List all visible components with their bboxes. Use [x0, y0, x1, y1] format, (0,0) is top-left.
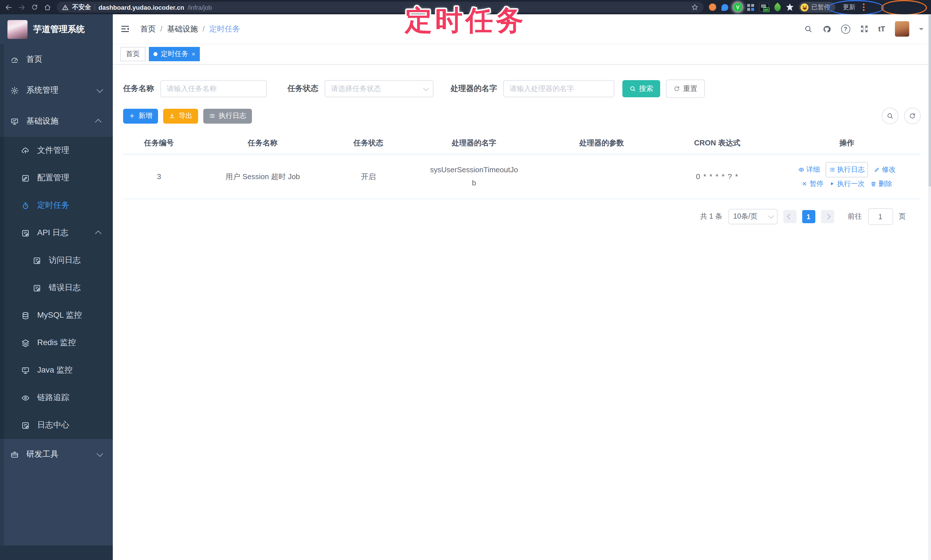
sidebar-item-api-log[interactable]: API 日志: [0, 219, 113, 247]
cell-job-id: 3: [123, 154, 195, 199]
exec-log-button[interactable]: 执行日志: [203, 108, 252, 123]
chevron-right-icon: [825, 214, 830, 220]
close-icon: [802, 181, 808, 187]
breadcrumb-infra[interactable]: 基础设施: [167, 24, 198, 34]
chevron-up-icon: [95, 119, 102, 126]
home-icon[interactable]: [43, 3, 51, 11]
select-chevron-down-icon: [768, 213, 774, 218]
sidebar-item-log-center[interactable]: 日志中心: [0, 411, 113, 439]
job-status-label: 任务状态: [287, 83, 318, 94]
app-title: 芋道管理系统: [33, 24, 85, 35]
annotation-ellipse-orange: [881, 0, 927, 15]
select-chevron-down-icon: [423, 85, 429, 91]
breadcrumb-separator: /: [203, 25, 205, 33]
extension-blue-icon[interactable]: [721, 4, 728, 11]
page-number-current[interactable]: 1: [802, 210, 815, 223]
page-size-select[interactable]: 10条/页: [728, 209, 777, 225]
edit-square-icon: [21, 174, 30, 182]
page-scrollbar[interactable]: [928, 14, 931, 560]
profile-chip[interactable]: 已暂停: [799, 2, 835, 12]
action-detail[interactable]: 详细: [798, 163, 820, 176]
extension-tampermonkey-icon[interactable]: on: [759, 3, 769, 11]
address-bar[interactable]: 不安全 dashboard.yudao.iocoder.cn/infra/job: [57, 2, 704, 12]
prev-page-button[interactable]: [783, 210, 796, 223]
sidebar-item-system[interactable]: 系统管理: [0, 75, 113, 106]
refresh-table-button[interactable]: [904, 108, 921, 124]
security-label[interactable]: 不安全: [72, 3, 91, 11]
api-log-icon: [21, 229, 30, 237]
tab-home[interactable]: 首页: [120, 47, 145, 61]
reset-button[interactable]: 重置: [666, 80, 705, 98]
handler-name-input[interactable]: [503, 80, 614, 97]
help-icon[interactable]: ?: [841, 24, 850, 34]
sidebar-item-redis-monitor[interactable]: Redis 监控: [0, 329, 113, 357]
goto-page-input[interactable]: [868, 208, 893, 225]
tab-close-icon[interactable]: ×: [192, 51, 195, 57]
sidebar-item-config-manage[interactable]: 配置管理: [0, 164, 113, 192]
tab-active-dot: [153, 52, 157, 56]
sidebar-item-devtools[interactable]: 研发工具: [0, 439, 113, 470]
sidebar-scrollbar[interactable]: [0, 44, 4, 545]
breadcrumb: 首页 / 基础设施 / 定时任务: [140, 24, 240, 34]
back-icon[interactable]: [5, 3, 12, 11]
sidebar-item-error-log[interactable]: 错误日志: [0, 274, 113, 302]
extensions-puzzle-icon[interactable]: [786, 3, 794, 11]
github-icon[interactable]: [822, 24, 831, 34]
toggle-search-button[interactable]: [882, 108, 899, 124]
update-button[interactable]: 更新: [843, 3, 855, 11]
browser-menu-kebab-icon[interactable]: [860, 3, 866, 12]
warning-icon: [62, 4, 69, 11]
reload-icon[interactable]: [31, 3, 39, 11]
fullscreen-icon[interactable]: [860, 25, 868, 33]
eye-icon: [798, 166, 805, 173]
next-page-button[interactable]: [821, 210, 834, 223]
search-button[interactable]: 搜索: [623, 80, 660, 97]
tab-scheduled-jobs[interactable]: 定时任务 ×: [149, 47, 200, 61]
extension-grid-icon[interactable]: [747, 4, 754, 11]
trash-icon: [870, 181, 877, 187]
menu-fold-icon[interactable]: [120, 24, 130, 34]
col-cron: CRON 表达式: [661, 132, 773, 154]
sidebar-item-mysql-monitor[interactable]: MySQL 监控: [0, 302, 113, 329]
action-run-once[interactable]: 执行一次: [829, 177, 865, 191]
profile-avatar-emoji: [800, 3, 808, 11]
sidebar-item-infra[interactable]: 基础设施: [0, 106, 113, 137]
sidebar-item-scheduled-jobs[interactable]: 定时任务: [0, 192, 113, 219]
eye-icon: [21, 394, 30, 402]
add-button[interactable]: 新增: [123, 108, 158, 123]
sidebar-item-tracing[interactable]: 链路追踪: [0, 384, 113, 411]
action-delete[interactable]: 删除: [870, 177, 892, 191]
chevron-left-icon: [787, 214, 792, 220]
sidebar-item-java-monitor[interactable]: Java 监控: [0, 357, 113, 384]
job-name-label: 任务名称: [123, 83, 154, 94]
cell-actions: 详细 执行日志 修改: [773, 154, 921, 199]
cloud-upload-icon: [21, 146, 30, 155]
job-row: 3 用户 Session 超时 Job 开启 sysUserSessionTim…: [123, 154, 921, 199]
java-monitor-icon: [21, 366, 30, 375]
dashboard-icon: [10, 55, 19, 64]
sidebar-logo-row: 芋道管理系统: [0, 14, 113, 44]
font-size-icon[interactable]: tT: [878, 25, 885, 33]
sidebar-item-access-log[interactable]: 访问日志: [0, 247, 113, 274]
export-button[interactable]: 导出: [163, 108, 198, 123]
access-log-icon: [32, 256, 41, 265]
extension-orange-icon[interactable]: [709, 3, 716, 11]
job-status-select[interactable]: 请选择任务状态: [325, 80, 433, 97]
extension-green-v-icon[interactable]: V: [734, 3, 742, 11]
bookmark-star-icon[interactable]: [691, 3, 698, 11]
action-exec-log[interactable]: 执行日志: [826, 162, 868, 177]
sidebar-item-home[interactable]: 首页: [0, 44, 113, 75]
user-avatar[interactable]: [895, 21, 909, 37]
action-pause[interactable]: 暂停: [802, 177, 823, 191]
action-edit[interactable]: 修改: [874, 163, 896, 176]
page-content: 任务名称 任务状态 请选择任务状态 处理器的名字: [113, 65, 931, 560]
user-caret-down-icon[interactable]: [919, 28, 923, 30]
breadcrumb-home[interactable]: 首页: [140, 24, 156, 34]
extension-leaf-icon[interactable]: [773, 2, 782, 12]
url-divider: [94, 4, 95, 10]
sidebar-item-file-manage[interactable]: 文件管理: [0, 137, 113, 164]
search-icon[interactable]: [804, 25, 812, 33]
job-name-input[interactable]: [160, 80, 267, 97]
forward-icon[interactable]: [18, 3, 26, 11]
filter-form: 任务名称 任务状态 请选择任务状态 处理器的名字: [123, 80, 921, 98]
